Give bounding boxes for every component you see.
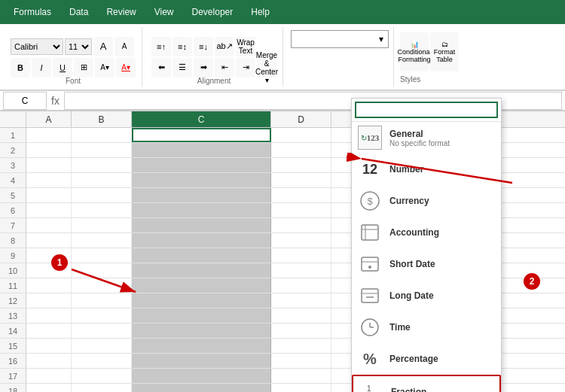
name-box[interactable] (3, 92, 47, 110)
align-center-button[interactable]: ☰ (173, 58, 192, 77)
col-header-c[interactable]: C (132, 111, 271, 127)
cell-A5[interactable] (26, 188, 72, 202)
cell-C7[interactable] (132, 218, 271, 232)
align-left-top-button[interactable]: ≡↑ (151, 37, 171, 56)
cell-B16[interactable] (72, 354, 132, 368)
cell-D11[interactable] (271, 278, 331, 293)
cell-A15[interactable] (26, 339, 72, 353)
format-item-general[interactable]: ↻123GeneralNo specific format (352, 122, 501, 153)
cell-D15[interactable] (271, 339, 331, 353)
tab-view[interactable]: View (147, 4, 182, 20)
cell-B12[interactable] (72, 293, 132, 308)
cell-C11[interactable] (132, 278, 271, 293)
wrap-text-button[interactable]: Wrap Text (236, 37, 255, 56)
cell-D14[interactable] (271, 324, 331, 338)
cell-B18[interactable] (72, 384, 132, 392)
italic-button[interactable]: I (32, 58, 51, 77)
cell-C1[interactable] (132, 128, 271, 142)
font-size-select[interactable]: 11 (65, 38, 92, 55)
font-color-button[interactable]: A▾ (116, 58, 136, 77)
align-left-button[interactable]: ⬅ (151, 58, 171, 77)
cell-D16[interactable] (271, 354, 331, 368)
conditional-formatting-button[interactable]: 📊 Conditional Formatting (400, 32, 429, 71)
align-right-bottom-button[interactable]: ≡↓ (194, 37, 213, 56)
cell-D10[interactable] (271, 263, 331, 278)
cell-D6[interactable] (271, 203, 331, 217)
cell-D9[interactable] (271, 248, 331, 263)
format-item-accounting[interactable]: Accounting (352, 217, 501, 248)
cell-C3[interactable] (132, 158, 271, 172)
cell-B5[interactable] (72, 188, 132, 202)
cell-A12[interactable] (26, 293, 72, 308)
format-item-number[interactable]: 12Number (352, 153, 501, 185)
cell-C9[interactable] (132, 248, 271, 263)
cell-A16[interactable] (26, 354, 72, 368)
cell-B17[interactable] (72, 369, 132, 383)
tab-help[interactable]: Help (243, 4, 277, 20)
orient-button[interactable]: ab↗ (215, 37, 234, 56)
font-family-select[interactable]: Calibri (11, 38, 63, 55)
grow-font-button[interactable]: A (93, 37, 113, 56)
col-header-a[interactable]: A (26, 111, 72, 127)
tab-developer[interactable]: Developer (185, 4, 241, 20)
cell-C16[interactable] (132, 354, 271, 368)
cell-A4[interactable] (26, 173, 72, 187)
cell-D7[interactable] (271, 218, 331, 232)
cell-B1[interactable] (72, 128, 132, 142)
col-header-d[interactable]: D (271, 111, 331, 127)
cell-B14[interactable] (72, 324, 132, 338)
cell-A14[interactable] (26, 324, 72, 338)
increase-indent-button[interactable]: ⇥ (236, 58, 255, 77)
cell-B13[interactable] (72, 308, 132, 323)
cell-C14[interactable] (132, 324, 271, 338)
cell-B9[interactable] (72, 248, 132, 263)
align-center-middle-button[interactable]: ≡↕ (173, 37, 192, 56)
merge-center-button[interactable]: Merge & Center ▾ (257, 58, 276, 77)
cell-A17[interactable] (26, 369, 72, 383)
cell-D1[interactable] (271, 128, 331, 142)
cell-B15[interactable] (72, 339, 132, 353)
cell-B6[interactable] (72, 203, 132, 217)
cell-B11[interactable] (72, 278, 132, 293)
cell-D4[interactable] (271, 173, 331, 187)
cell-A2[interactable] (26, 143, 72, 157)
cell-A1[interactable] (26, 128, 72, 142)
cell-B2[interactable] (72, 143, 132, 157)
cell-C5[interactable] (132, 188, 271, 202)
cell-B7[interactable] (72, 218, 132, 232)
cell-B8[interactable] (72, 233, 132, 248)
cell-D8[interactable] (271, 233, 331, 248)
cell-C12[interactable] (132, 293, 271, 308)
cell-B10[interactable] (72, 263, 132, 278)
format-item-currency[interactable]: $Currency (352, 185, 501, 217)
cell-D3[interactable] (271, 158, 331, 172)
cell-A3[interactable] (26, 158, 72, 172)
cell-C17[interactable] (132, 369, 271, 383)
format-item-fraction[interactable]: 12Fraction (352, 375, 501, 392)
fill-color-button[interactable]: A▾ (95, 58, 115, 77)
cell-A8[interactable] (26, 233, 72, 248)
cell-C2[interactable] (132, 143, 271, 157)
format-item-short-date[interactable]: Short Date (352, 248, 501, 280)
cell-C15[interactable] (132, 339, 271, 353)
cell-C8[interactable] (132, 233, 271, 248)
cell-D17[interactable] (271, 369, 331, 383)
format-search-input[interactable] (355, 102, 498, 118)
format-as-table-button[interactable]: 🗂 Format Table (430, 32, 459, 71)
tab-data[interactable]: Data (62, 4, 96, 20)
cell-D18[interactable] (271, 384, 331, 392)
cell-A6[interactable] (26, 203, 72, 217)
cell-D12[interactable] (271, 293, 331, 308)
cell-C6[interactable] (132, 203, 271, 217)
cell-B4[interactable] (72, 173, 132, 187)
number-format-dropdown[interactable]: ▾ (291, 30, 389, 48)
align-right-button[interactable]: ➡ (194, 58, 213, 77)
shrink-font-button[interactable]: A (115, 37, 134, 56)
cell-A7[interactable] (26, 218, 72, 232)
tab-formulas[interactable]: Formulas (6, 4, 59, 20)
cell-A11[interactable] (26, 278, 72, 293)
cell-D5[interactable] (271, 188, 331, 202)
cell-D13[interactable] (271, 308, 331, 323)
format-item-long-date[interactable]: Long Date (352, 280, 501, 311)
col-header-b[interactable]: B (72, 111, 132, 127)
